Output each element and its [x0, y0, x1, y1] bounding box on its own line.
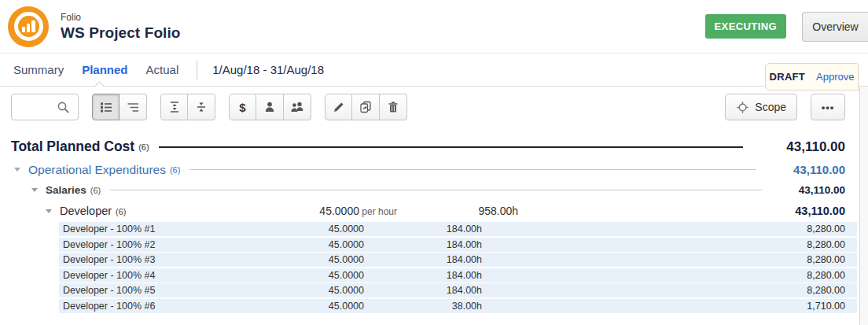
row-total: 8,280.00: [482, 285, 845, 296]
delete-button[interactable]: [380, 94, 407, 120]
row-label: Salaries: [46, 184, 86, 196]
row-total: 8,280.00: [482, 254, 845, 265]
target-icon: [736, 101, 749, 114]
draft-status-box: DRAFT Approve: [765, 63, 859, 90]
view-mode-group: [92, 94, 147, 120]
add-expense-button[interactable]: $: [229, 94, 256, 120]
tab-summary[interactable]: Summary: [13, 63, 64, 76]
row-rate: 45.0000: [319, 205, 359, 217]
row-label: Developer - 100% #3: [63, 254, 295, 265]
row-hours: 958.00h: [397, 205, 518, 217]
clone-icon: [359, 101, 372, 113]
row-hours: 184.00h: [364, 254, 482, 265]
row-hours: 184.00h: [364, 239, 482, 250]
tab-bar: Summary Planned Actual 1/Aug/18 - 31/Aug…: [0, 54, 868, 87]
row-rate-suffix: per hour: [359, 206, 397, 217]
add-person-button[interactable]: [256, 94, 284, 120]
folio-logo-icon: [8, 6, 49, 47]
trash-icon: [387, 101, 399, 113]
grouped-list-button[interactable]: [92, 94, 120, 120]
table-row-total-planned-cost[interactable]: Total Planned Cost (6) 43,110.00: [0, 135, 859, 159]
row-label: Developer - 100% #5: [63, 285, 295, 296]
edit-button[interactable]: [325, 94, 352, 120]
row-label: Developer - 100% #1: [63, 223, 295, 235]
collapse-expander-icon[interactable]: [31, 188, 38, 192]
add-people-button[interactable]: [284, 94, 311, 120]
approve-link[interactable]: Approve: [816, 71, 854, 83]
row-rate: 45.0000: [295, 301, 364, 312]
money-icon: $: [239, 101, 245, 114]
row-rule-line: [189, 169, 756, 170]
row-rule-line: [159, 146, 744, 148]
table-row-developer-1[interactable]: Developer - 100% #1 45.0000 184.00h 8,28…: [59, 222, 857, 236]
expand-all-button[interactable]: [160, 94, 188, 120]
edit-group: [325, 94, 407, 120]
clone-button[interactable]: [352, 94, 380, 120]
row-label: Operational Expenditures: [28, 163, 166, 177]
row-hours: 184.00h: [364, 223, 482, 235]
people-icon: [290, 101, 304, 113]
row-total: 43,110.00: [793, 163, 845, 176]
row-count: (6): [170, 165, 180, 175]
row-total: 43,110.00: [518, 205, 845, 217]
collapse-expander-icon[interactable]: [46, 209, 52, 213]
row-hours: 184.00h: [364, 285, 482, 296]
status-badge: EXECUTING: [705, 14, 786, 39]
title-block: Folio WS Project Folio: [61, 12, 181, 42]
row-count: (6): [138, 142, 149, 152]
ellipsis-icon: •••: [822, 102, 835, 113]
table-row-operational-expenditures[interactable]: Operational Expenditures (6) 43,110.00: [0, 159, 859, 180]
collapse-expander-icon[interactable]: [14, 168, 20, 172]
row-count: (6): [116, 207, 126, 216]
app-label: Folio: [61, 12, 181, 23]
draft-label: DRAFT: [770, 71, 806, 83]
collapse-all-icon: [195, 101, 208, 113]
scope-button[interactable]: Scope: [725, 94, 797, 120]
header: Folio WS Project Folio EXECUTING Overvie…: [0, 0, 868, 54]
date-range[interactable]: 1/Aug/18 - 31/Aug/18: [212, 63, 324, 76]
row-rate: 45.0000: [295, 223, 364, 235]
row-label: Developer - 100% #2: [63, 239, 295, 250]
row-label: Total Planned Cost: [11, 138, 134, 155]
expand-collapse-group: [160, 94, 215, 120]
scope-button-label: Scope: [755, 101, 786, 113]
table-row-developer-4[interactable]: Developer - 100% #4 45.0000 184.00h 8,28…: [59, 268, 857, 283]
tab-planned[interactable]: Planned: [82, 63, 127, 76]
toolbar-right: Scope •••: [725, 94, 845, 120]
table-row-salaries[interactable]: Salaries (6) 43,110.00: [0, 180, 859, 200]
row-rate: 45.0000: [295, 239, 364, 250]
row-total: 1,710.00: [482, 301, 845, 312]
toolbar: $: [0, 87, 859, 127]
list-flat-icon: [127, 101, 139, 113]
table-row-developer-3[interactable]: Developer - 100% #3 45.0000 184.00h 8,28…: [59, 253, 857, 267]
search-icon: [57, 101, 70, 114]
row-count: (6): [90, 186, 101, 195]
table-row-developer-5[interactable]: Developer - 100% #5 45.0000 184.00h 8,28…: [59, 283, 857, 297]
row-total: 8,280.00: [482, 239, 845, 250]
tab-actual[interactable]: Actual: [146, 63, 179, 76]
table-row-developer[interactable]: Developer(6) 45.0000 per hour 958.00h 43…: [0, 200, 859, 222]
add-items-group: $: [229, 94, 311, 120]
table-row-developer-6[interactable]: Developer - 100% #6 45.0000 38.00h 1,710…: [59, 299, 857, 313]
table-row-developer-2[interactable]: Developer - 100% #2 45.0000 184.00h 8,28…: [59, 238, 857, 252]
tab-divider: [197, 61, 197, 79]
page-title: WS Project Folio: [61, 24, 181, 42]
vertical-scrollbar[interactable]: [859, 87, 868, 325]
row-rate: 45.0000: [295, 285, 364, 296]
more-actions-button[interactable]: •••: [811, 94, 845, 120]
search-input[interactable]: [11, 94, 79, 120]
row-hours: 38.00h: [364, 301, 482, 312]
row-rate: 45.0000: [295, 254, 364, 265]
collapse-all-button[interactable]: [188, 94, 215, 120]
row-rate-group: 45.0000 per hour: [258, 204, 397, 218]
row-label: Developer(6): [60, 205, 258, 217]
row-label: Developer - 100% #6: [63, 301, 295, 312]
list-grouped-icon: [100, 101, 112, 113]
overview-button[interactable]: Overview: [802, 12, 868, 42]
row-hours: 184.00h: [364, 270, 482, 281]
planned-cost-table: Total Planned Cost (6) 43,110.00 Operati…: [0, 135, 859, 313]
flat-list-button[interactable]: [120, 94, 147, 120]
row-total: 8,280.00: [482, 223, 845, 235]
row-label: Developer - 100% #4: [63, 270, 295, 281]
person-icon: [263, 101, 276, 113]
